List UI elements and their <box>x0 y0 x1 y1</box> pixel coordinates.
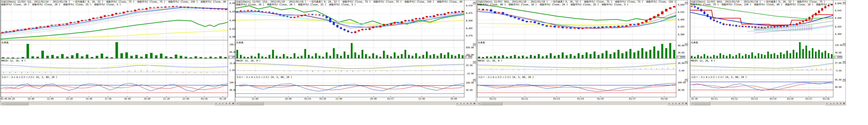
chart-tool-button[interactable]: ▼ <box>839 102 842 105</box>
volume-axis-label: 90.00 <box>678 44 684 47</box>
chart-tool-button[interactable]: ◄ <box>459 102 463 105</box>
scrollbar-thumb[interactable] <box>694 102 710 105</box>
time-axis-label: 02:40 <box>1 97 7 100</box>
time-axis-label: 01/12 <box>731 97 738 100</box>
time-axis-label: 01/18 <box>823 97 829 100</box>
macd-axis-label: 27.00 <box>835 62 841 64</box>
chart-tool-button[interactable]: ◄ <box>671 102 674 105</box>
time-axis-label: 12:00 <box>336 97 342 100</box>
scroll-left-button[interactable]: ◄ <box>690 102 694 105</box>
chart-tool-button[interactable]: ▼ <box>469 102 473 105</box>
h-scrollbar[interactable]: ◄►◄►▲▼■ <box>1 101 235 105</box>
price-axis-label: 8,435 <box>678 26 684 28</box>
scroll-left-button[interactable]: ◄ <box>477 102 481 105</box>
price-axis-label: 8,600 <box>835 2 841 5</box>
macd-pane-label: MACD( 12, 26, 9 ) <box>691 59 715 62</box>
chart-tool-button[interactable]: ▲ <box>466 102 469 105</box>
chart-tool-button[interactable]: ■ <box>684 102 688 105</box>
h-scrollbar[interactable]: ◄►◄►▲▼■ <box>690 101 845 105</box>
macd-axis-label: 25.00 <box>466 64 472 67</box>
macd-pane-label: MACD( 12, 26, 9 ) <box>1 59 26 62</box>
pane-dropdown-button[interactable]: ▼ <box>472 1 476 4</box>
time-axis-label: 01/11 <box>490 97 496 100</box>
time-axis-label: 01/14 <box>770 97 776 100</box>
chart-window-60min: 16:3001/1101/1201/1301/1401/1601/1701/18… <box>690 0 846 105</box>
scroll-right-button[interactable]: ► <box>214 102 218 105</box>
time-axis-label: 01/18 <box>201 97 208 100</box>
pane-dropdown-button[interactable]: ▼ <box>684 43 688 46</box>
time-axis-label: 22:40 <box>183 97 189 100</box>
pane-dropdown-button[interactable]: ▼ <box>472 79 476 82</box>
chart-tool-button[interactable]: ■ <box>842 102 846 105</box>
h-scrollbar[interactable]: ◄►◄►▲▼■ <box>236 101 476 105</box>
chart-canvas <box>1 0 228 97</box>
chart-tool-button[interactable]: ▼ <box>681 102 684 105</box>
time-axis-label: 01/11 <box>711 97 718 100</box>
pane-dropdown-button[interactable]: ▼ <box>472 61 476 64</box>
price-axis-label: 8,600 <box>678 4 684 6</box>
macd-pane-label: MACD( 12, 26, 9 ) <box>236 59 261 62</box>
time-axis-label: 01/14 <box>577 97 584 100</box>
price-axis-label: 8,510 <box>466 5 472 7</box>
scroll-left-button[interactable]: ◄ <box>1 102 4 105</box>
time-axis-label: 20:00 <box>285 97 291 100</box>
volume-pane-label: 出来高 <box>478 41 485 44</box>
chart-tool-button[interactable]: ▲ <box>678 102 681 105</box>
time-axis-label: 01/16 <box>787 97 794 100</box>
pane-dropdown-button[interactable]: ▼ <box>684 1 688 4</box>
scrollbar-thumb[interactable] <box>240 102 264 105</box>
volume-unit-box: × 1000 <box>834 56 842 58</box>
time-axis-label: 12:00 <box>47 97 54 100</box>
stoch-pane-label: スロー・ストキャスティクス( 14, 3, 80, 20 ) <box>236 76 292 79</box>
chart-tool-button[interactable]: ► <box>462 102 466 105</box>
pane-dropdown-button[interactable]: ▼ <box>684 79 688 82</box>
value-axis: 8,5108,4758,4408,4058,370650.00200.0025.… <box>464 0 476 97</box>
price-axis-label: 8,490 <box>678 18 684 21</box>
macd-axis-label: -3.50 <box>835 70 841 72</box>
time-axis-label: 01/18 <box>661 97 668 100</box>
chart-tool-button[interactable]: ▼ <box>228 102 231 105</box>
value-axis: 8,6008,5458,4908,4358,38090.0030.0020.00… <box>676 0 688 97</box>
chart-canvas <box>690 0 833 97</box>
chart-tool-button[interactable]: ■ <box>231 102 235 105</box>
macd-axis-label: -15.00 <box>466 73 474 75</box>
chart-tool-button[interactable]: ► <box>832 102 836 105</box>
chart-window-5min: 02:4009:2010:4012:0013:2014:4017:2018:40… <box>0 0 235 105</box>
stoch-axis-label: 100.00 <box>466 82 474 84</box>
volume-unit-box: × 1000 <box>677 56 685 58</box>
stoch-pane-label: スロー・ストキャスティクス( 14, 3, 80, 20 ) <box>478 76 534 79</box>
chart-tool-button[interactable]: ▲ <box>835 102 839 105</box>
chart-tool-button[interactable]: ▲ <box>224 102 228 105</box>
macd-pane-label: MACD( 12, 26, 9 ) <box>478 59 502 62</box>
h-scrollbar[interactable]: ◄►◄►▲▼■ <box>477 101 688 105</box>
chart-tool-button[interactable]: ► <box>221 102 225 105</box>
pane-dropdown-button[interactable]: ▼ <box>842 61 845 64</box>
time-axis-label: 14:40 <box>86 97 92 100</box>
pane-dropdown-button[interactable]: ▼ <box>842 43 845 46</box>
price-axis-label: 8,475 <box>466 12 472 14</box>
time-axis-label: 16:30 <box>691 97 698 100</box>
pane-dropdown-button[interactable]: ▼ <box>842 1 845 4</box>
time-axis-label: 13:20 <box>66 97 72 100</box>
time-axis-label: 01/13 <box>751 97 758 100</box>
pane-dropdown-button[interactable]: ▼ <box>472 43 476 46</box>
chart-window-30min: 01/1101/1201/1301/1401/1601/1701/18日経225… <box>477 0 688 105</box>
scrollbar-thumb[interactable] <box>481 102 502 105</box>
scroll-right-button[interactable]: ► <box>668 102 671 105</box>
scrollbar-thumb[interactable] <box>5 102 28 105</box>
time-axis-label: 20:00 <box>370 97 377 100</box>
pane-dropdown-button[interactable]: ▼ <box>842 79 845 82</box>
scroll-right-button[interactable]: ► <box>825 102 829 105</box>
volume-unit-box: × 100 <box>228 56 236 58</box>
chart-tool-button[interactable]: ◄ <box>218 102 221 105</box>
scroll-left-button[interactable]: ◄ <box>236 102 239 105</box>
time-axis-label: 18:40 <box>124 97 130 100</box>
chart-tool-button[interactable]: ► <box>674 102 678 105</box>
chart-canvas <box>477 0 676 97</box>
chart-tool-button[interactable]: ■ <box>472 102 476 105</box>
scroll-right-button[interactable]: ► <box>456 102 459 105</box>
time-axis-label: 21:20 <box>163 97 170 100</box>
pane-dropdown-button[interactable]: ▼ <box>684 61 688 64</box>
chart-tool-button[interactable]: ◄ <box>829 102 832 105</box>
price-axis-label: 8,380 <box>678 33 684 36</box>
